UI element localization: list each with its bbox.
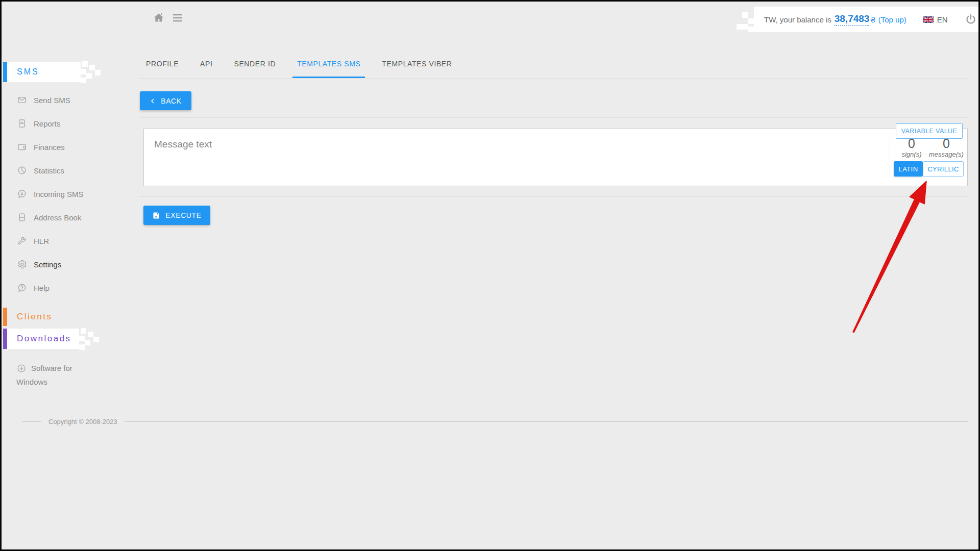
tab-profile[interactable]: PROFILE: [146, 50, 179, 78]
wrench-icon: [17, 236, 27, 246]
currency-symbol: ₴: [871, 15, 875, 24]
balance-amount-link[interactable]: 38,7483: [835, 13, 870, 26]
tab-sender-id[interactable]: SENDER ID: [234, 50, 276, 78]
power-icon[interactable]: [965, 13, 977, 26]
sidebar-item-label: Incoming SMS: [34, 190, 84, 198]
sidebar-item-statistics[interactable]: Statistics: [2, 159, 139, 182]
balance-label: TW, your balance is: [764, 15, 831, 24]
sidebar-item-label: Settings: [34, 260, 61, 269]
pixel-decoration: [82, 61, 88, 67]
back-button-label: BACK: [161, 97, 182, 105]
tabs-divider: [139, 78, 968, 79]
sidebar-item-software-for-windows[interactable]: Software for Windows: [16, 361, 79, 389]
sms-service-app-window: TW, your balance is 38,7483 ₴ (Top up) E…: [0, 0, 980, 551]
envelope-icon: [17, 95, 27, 105]
tab-templates-sms[interactable]: TEMPLATES SMS: [292, 50, 365, 78]
pixel-decoration: [89, 65, 95, 70]
footer: Copyright © 2008-2023: [22, 418, 968, 425]
pixel-decoration: [81, 69, 86, 74]
pixel-decoration: [748, 27, 754, 32]
content-divider-bottom: [139, 196, 968, 197]
language-code: EN: [937, 15, 948, 24]
home-icon[interactable]: [152, 11, 165, 25]
topbar-account-area: TW, your balance is 38,7483 ₴ (Top up) E…: [754, 7, 978, 32]
settings-tabs: PROFILE API SENDER ID TEMPLATES SMS TEMP…: [146, 50, 452, 78]
help-icon: [17, 283, 27, 293]
sidebar-item-send-sms[interactable]: Send SMS: [2, 88, 139, 112]
pixel-decoration: [95, 70, 101, 76]
save-floppy-icon: [152, 211, 161, 220]
footer-divider: [22, 421, 41, 422]
back-button[interactable]: BACK: [140, 91, 191, 110]
sidebar-item-label: Finances: [34, 143, 65, 152]
red-annotation-arrow: [839, 175, 941, 343]
pixel-decoration: [748, 18, 754, 24]
sidebar-item-label: HLR: [34, 237, 49, 245]
pixel-decoration: [81, 328, 86, 334]
sidebar-item-label: Statistics: [34, 166, 64, 175]
chevron-left-icon: [150, 97, 156, 105]
footer-divider: [125, 421, 968, 422]
wallet-icon: [17, 142, 27, 152]
pie-chart-icon: [17, 165, 27, 176]
sidebar-item-incoming-sms[interactable]: Incoming SMS: [2, 182, 139, 206]
pixel-decoration: [81, 78, 86, 83]
sidebar-section-clients[interactable]: Clients: [3, 308, 52, 326]
tab-api[interactable]: API: [200, 50, 212, 78]
report-document-icon: [17, 118, 27, 129]
sidebar-section-downloads[interactable]: Downloads: [3, 329, 79, 349]
messages-count-label: message(s): [928, 151, 965, 158]
counter-panel-divider: [890, 137, 890, 184]
signs-counter: 0 sign(s): [893, 136, 930, 158]
sidebar-item-help[interactable]: Help: [2, 276, 139, 299]
pixel-decoration: [79, 336, 85, 341]
language-switcher[interactable]: EN: [923, 15, 948, 24]
execute-button[interactable]: EXECUTE: [143, 206, 210, 225]
messages-counter: 0 message(s): [928, 136, 965, 158]
sidebar-section-sms-label: SMS: [17, 67, 39, 77]
uk-flag-icon: [923, 16, 934, 23]
copyright-text: Copyright © 2008-2023: [48, 418, 117, 425]
sidebar-nav: Send SMS Reports Finances Statistics Inc…: [2, 88, 139, 299]
messages-count: 0: [928, 136, 965, 151]
cyrillic-toggle-button[interactable]: CYRILLIC: [923, 161, 964, 177]
sidebar-item-label: Reports: [34, 119, 61, 128]
gear-icon: [17, 259, 27, 269]
pixel-decoration: [93, 337, 99, 342]
sidebar-section-sms[interactable]: SMS: [3, 62, 81, 82]
content-divider-top: [139, 117, 968, 118]
pixel-decoration: [86, 73, 92, 79]
signs-count: 0: [893, 136, 930, 151]
sidebar-item-label: Help: [34, 284, 50, 292]
sidebar-item-label: Send SMS: [34, 96, 70, 105]
message-text-input[interactable]: [143, 129, 968, 186]
sidebar-item-reports[interactable]: Reports: [2, 112, 139, 135]
pixel-decoration: [85, 340, 90, 345]
sidebar-item-finances[interactable]: Finances: [2, 135, 139, 159]
download-icon: [16, 363, 27, 373]
pixel-decoration: [88, 332, 93, 337]
top-up-link[interactable]: (Top up): [878, 15, 906, 24]
pixel-decoration: [737, 24, 742, 30]
pixel-decoration: [79, 344, 85, 350]
pixel-decoration: [742, 24, 748, 30]
hamburger-menu-icon[interactable]: [173, 13, 183, 22]
sidebar-item-address-book[interactable]: Address Book: [2, 206, 139, 229]
incoming-message-icon: [17, 189, 27, 199]
sidebar-item-settings[interactable]: Settings: [2, 253, 139, 276]
sidebar-section-clients-label: Clients: [17, 312, 52, 322]
sidebar-section-downloads-label: Downloads: [17, 334, 71, 344]
sidebar-item-hlr[interactable]: HLR: [2, 229, 139, 253]
latin-toggle-button[interactable]: LATIN: [894, 161, 923, 177]
tab-templates-viber[interactable]: TEMPLATES VIBER: [382, 50, 452, 78]
sidebar-item-label: Address Book: [34, 213, 81, 222]
execute-button-label: EXECUTE: [165, 211, 201, 219]
pixel-decoration: [742, 12, 748, 18]
signs-count-label: sign(s): [893, 151, 930, 158]
address-book-icon: [17, 212, 27, 222]
